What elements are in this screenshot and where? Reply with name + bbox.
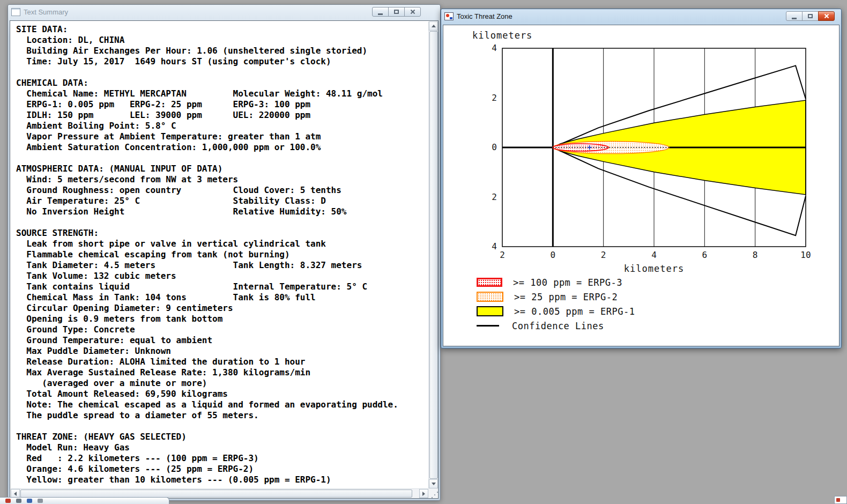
window-controls [786, 11, 835, 21]
arrow-up-icon [432, 23, 436, 27]
tray-fragment[interactable] [834, 496, 847, 504]
minimize-icon [378, 13, 383, 15]
legend-swatch-confidence-icon [477, 325, 499, 327]
arrow-right-icon [422, 492, 427, 496]
x-axis-title: kilometers [624, 263, 684, 274]
tray-icon [836, 498, 840, 502]
legend-swatch-red-icon [477, 278, 502, 287]
x-tick-label: 4 [651, 250, 657, 260]
toxic-threat-zone-titlebar[interactable]: Toxic Threat Zone [441, 9, 841, 23]
x-tick-label: 2 [601, 250, 606, 260]
threat-zone-app-icon [444, 12, 454, 20]
legend-item-red: >= 100 ppm = ERPG-3 [477, 277, 839, 287]
ime-mode-icon [16, 499, 21, 503]
close-button[interactable] [818, 11, 835, 21]
maximize-icon [394, 10, 399, 14]
legend-label-orange: >= 25 ppm = ERPG-2 [514, 292, 618, 302]
legend-label-confidence: Confidence Lines [512, 321, 604, 331]
threat-zone-plot: 2024681042024kilometerskilometers [443, 25, 840, 275]
y-tick-label: 4 [492, 43, 497, 53]
maximize-icon [808, 14, 813, 18]
window-title: Text Summary [24, 8, 372, 16]
y-tick-label: 2 [492, 192, 497, 202]
document-icon [11, 8, 20, 16]
minimize-button[interactable] [372, 7, 389, 17]
legend-swatch-orange-icon [477, 292, 503, 302]
x-tick-label: 2 [500, 250, 505, 260]
maximize-button[interactable] [388, 7, 405, 17]
x-tick-label: 8 [753, 250, 758, 260]
ime-keyboard-icon [27, 499, 32, 503]
desktop: { "desktop": { "background": "#a8a8a8" }… [0, 0, 847, 504]
text-summary-scroll-area: SITE DATA: Location: DL, CHINA Building … [11, 21, 428, 488]
toxic-threat-zone-window: Toxic Threat Zone 2024681042024kilometer… [441, 9, 842, 349]
maximize-button[interactable] [802, 11, 819, 21]
ime-settings-icon [38, 499, 43, 503]
scroll-up-button[interactable] [429, 21, 438, 31]
y-tick-label: 0 [492, 142, 497, 152]
vertical-scrollbar[interactable] [428, 21, 437, 488]
close-button[interactable] [404, 7, 421, 17]
close-icon [410, 9, 415, 14]
legend-swatch-yellow-icon [477, 306, 503, 316]
text-summary-text: SITE DATA: Location: DL, CHINA Building … [11, 21, 428, 485]
arrow-down-icon [432, 483, 436, 487]
scroll-down-button[interactable] [429, 479, 438, 488]
y-axis-title: kilometers [472, 30, 532, 41]
resize-grip-icon [434, 494, 435, 495]
text-summary-window: Text Summary SITE DATA: Location: DL, CH… [8, 4, 441, 501]
text-summary-body: SITE DATA: Location: DL, CHINA Building … [10, 20, 439, 499]
x-tick-label: 10 [800, 250, 811, 260]
ime-toolbar[interactable] [0, 497, 169, 504]
ime-icon [5, 499, 11, 503]
legend-label-red: >= 100 ppm = ERPG-3 [513, 277, 622, 288]
x-tick-label: 6 [702, 250, 708, 260]
legend-item-yellow: >= 0.005 ppm = ERPG-1 [477, 306, 839, 316]
close-icon [824, 13, 829, 19]
x-tick-label: 0 [551, 250, 556, 260]
minimize-button[interactable] [786, 11, 803, 21]
horizontal-scrollbar[interactable] [11, 488, 428, 498]
y-tick-label: 4 [492, 241, 497, 251]
legend-item-orange: >= 25 ppm = ERPG-2 [477, 292, 839, 302]
minimize-icon [792, 18, 797, 19]
arrow-left-icon [12, 492, 17, 496]
toxic-threat-zone-body: 2024681042024kilometerskilometers >= 100… [443, 25, 839, 346]
scroll-right-button[interactable] [419, 489, 428, 498]
legend-item-confidence: Confidence Lines [477, 321, 839, 331]
horizontal-scroll-thumb[interactable] [20, 490, 412, 498]
legend-label-yellow: >= 0.005 ppm = ERPG-1 [514, 306, 635, 317]
text-summary-titlebar[interactable]: Text Summary [8, 5, 440, 19]
threat-legend: >= 100 ppm = ERPG-3>= 25 ppm = ERPG-2>= … [477, 277, 839, 331]
vertical-scroll-thumb[interactable] [429, 31, 438, 479]
y-tick-label: 2 [492, 93, 497, 103]
resize-grip[interactable] [428, 488, 437, 498]
window-controls [372, 7, 421, 17]
window-title: Toxic Threat Zone [457, 12, 786, 20]
